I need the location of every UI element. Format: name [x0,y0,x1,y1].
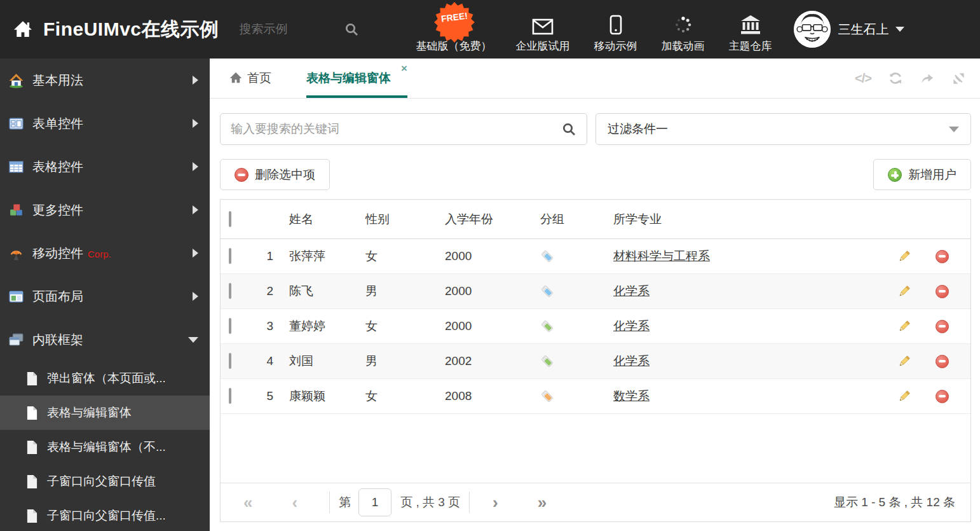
sidebar-subitem-child-to-parent-2[interactable]: 子窗口向父窗口传值... [0,499,210,531]
edit-icon[interactable] [897,250,911,263]
table-row: 1 张萍萍 女 2000 材料科学与工程系 [221,239,970,274]
row-index: 1 [252,249,281,263]
next-page-button[interactable]: › [493,494,498,511]
nav-loading-animation[interactable]: 加载动画 [662,6,705,53]
column-header-group[interactable]: 分组 [532,211,605,228]
delete-icon[interactable] [936,320,949,333]
row-checkbox[interactable] [229,283,231,299]
sidebar-subitem-label: 弹出窗体（本页面或... [47,370,166,387]
share-icon[interactable] [920,71,935,86]
sidebar-item-basic-usage[interactable]: 基本用法 [0,59,210,102]
file-icon [26,474,38,489]
major-link[interactable]: 化学系 [613,284,650,298]
column-header-gender[interactable]: 性别 [357,211,437,228]
grid-header-row: 姓名 性别 入学年份 分组 所学专业 [221,200,970,239]
select-all-checkbox[interactable] [229,211,231,227]
cell-name: 陈飞 [281,283,357,300]
cell-year: 2002 [437,354,532,368]
header-search-input[interactable] [240,22,335,36]
row-checkbox[interactable] [229,318,231,334]
sidebar-subitem-grid-edit-window-2[interactable]: 表格与编辑窗体（不... [0,430,210,464]
table-row: 4 刘国 男 2002 化学系 [221,344,970,379]
sidebar-item-form-controls[interactable]: 表单控件 [0,102,210,145]
refresh-icon[interactable] [888,71,903,86]
major-link[interactable]: 数学系 [613,389,650,403]
layout-icon [8,289,24,305]
username: 三生石上 [838,21,889,38]
last-page-button[interactable]: » [538,494,547,511]
major-link[interactable]: 材料科学与工程系 [613,249,710,263]
sidebar-subitem-label: 表格与编辑窗体（不... [47,439,166,455]
file-icon [26,406,38,420]
cell-year: 2000 [437,319,532,333]
edit-icon[interactable] [897,390,911,403]
cell-gender: 女 [357,248,437,265]
sidebar-item-iframe[interactable]: 内联框架 [0,318,210,361]
close-icon[interactable]: × [401,63,407,74]
delete-icon[interactable] [936,250,949,263]
cell-gender: 男 [357,353,437,369]
sidebar-subitem-child-to-parent[interactable]: 子窗口向父窗口传值 [0,464,210,499]
search-icon[interactable] [561,121,576,137]
cell-name: 董婷婷 [281,318,357,334]
tab-home[interactable]: 首页 [229,59,271,98]
sidebar-item-page-layout[interactable]: 页面布局 [0,275,210,318]
first-page-button[interactable]: « [243,494,252,511]
sidebar-item-mobile-controls[interactable]: 移动控件 Corp. [0,231,210,275]
major-link[interactable]: 化学系 [613,319,650,333]
home-icon[interactable] [13,18,34,40]
tab-grid-edit-window[interactable]: 表格与编辑窗体 × [306,59,407,98]
chevron-down-icon [895,27,904,32]
row-checkbox[interactable] [229,353,231,369]
chevron-right-icon [193,162,198,171]
search-icon[interactable] [344,22,359,37]
nav-theme-repo[interactable]: 主题仓库 [729,6,772,53]
delete-icon[interactable] [936,390,949,403]
sidebar-item-more-controls[interactable]: 更多控件 [0,188,210,231]
column-header-year[interactable]: 入学年份 [437,211,532,228]
table-icon [8,159,24,175]
column-header-major[interactable]: 所学专业 [605,211,885,228]
nav-mobile-demo[interactable]: 移动示例 [594,6,637,53]
free-badge: FREE! [433,1,475,43]
add-user-button[interactable]: 新增用户 [873,159,971,190]
sidebar-item-grid-controls[interactable]: 表格控件 [0,145,210,188]
delete-icon[interactable] [936,355,949,368]
tab-label: 表格与编辑窗体 [306,70,391,86]
sidebar: 基本用法 表单控件 表格控件 更多控件 [0,59,210,531]
sidebar-subitem-popup-window[interactable]: 弹出窗体（本页面或... [0,361,210,396]
sidebar-item-label: 基本用法 [32,72,83,89]
delete-icon[interactable] [936,285,949,298]
minus-circle-icon [235,168,248,182]
user-menu[interactable]: 三生石上 [794,11,904,48]
major-link[interactable]: 化学系 [613,354,650,368]
source-code-icon[interactable]: </> [855,71,871,86]
edit-icon[interactable] [897,355,911,368]
spinner-icon [673,13,693,35]
delete-selected-button[interactable]: 删除选中项 [220,159,330,190]
corp-badge: Corp. [88,249,111,259]
nav-label: 加载动画 [662,39,705,53]
cell-year: 2000 [437,284,532,298]
nav-enterprise-trial[interactable]: 企业版试用 [516,6,570,53]
sidebar-item-label: 表单控件 [32,115,83,132]
home-colored-icon [8,72,24,88]
sidebar-subitem-grid-edit-window[interactable]: 表格与编辑窗体 [0,396,210,430]
page-number-input[interactable] [358,488,391,516]
keyword-search-input[interactable] [231,122,561,136]
pagination-bar: « ‹ 第 页 , 共 3 页 › » 显示 1 - 5 条 , 共 12 条 [221,483,970,521]
row-checkbox[interactable] [229,248,231,264]
chevron-right-icon [193,119,198,128]
filter-dropdown-value: 过滤条件一 [608,121,668,137]
row-checkbox[interactable] [229,388,231,404]
prev-page-button[interactable]: ‹ [292,494,297,511]
page-label-suffix: 页 , 共 3 页 [400,494,460,511]
avatar [794,11,831,48]
edit-icon[interactable] [897,285,911,298]
filter-dropdown[interactable]: 过滤条件一 [595,113,971,145]
grid-empty-space [221,414,970,483]
expand-icon[interactable] [951,71,966,86]
edit-icon[interactable] [897,320,911,333]
column-header-name[interactable]: 姓名 [281,211,357,228]
header-search [240,22,359,37]
